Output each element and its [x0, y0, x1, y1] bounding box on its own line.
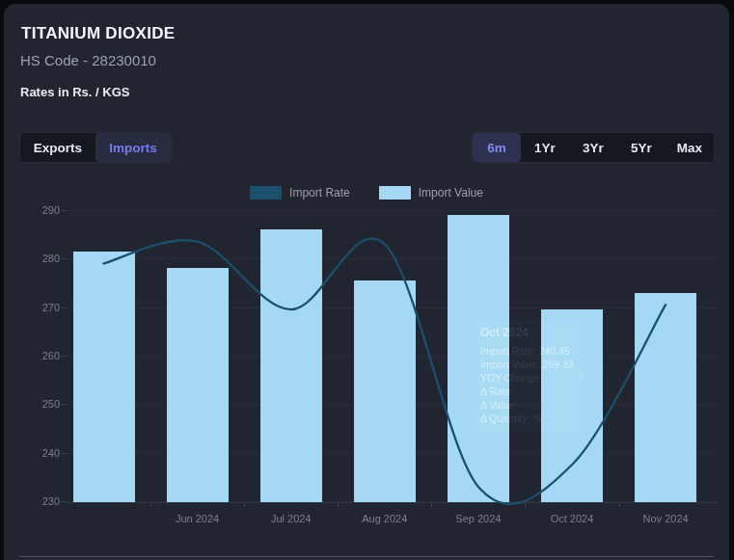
- x-axis-month-label: Aug 2024: [346, 513, 423, 524]
- exports-imports-tabs: Exports Imports: [19, 132, 172, 163]
- y-tick-label: 250: [27, 398, 60, 410]
- y-tick-mark: [62, 258, 67, 259]
- import-value-bar[interactable]: [260, 229, 322, 502]
- import-rate-swatch-icon: [250, 186, 282, 200]
- tab-imports[interactable]: Imports: [95, 133, 171, 162]
- y-tick-label: 230: [27, 495, 60, 507]
- x-tick-mark: [619, 503, 620, 507]
- chart-legend: Import Rate Import Value: [4, 186, 729, 200]
- x-tick-mark: [244, 503, 245, 507]
- page-title: TITANIUM DIOXIDE: [21, 24, 175, 43]
- y-tick-mark: [62, 210, 67, 211]
- y-tick-label: 240: [27, 447, 60, 459]
- y-tick-mark: [62, 356, 67, 357]
- tooltip-lines: Import Rate: 240.45Import Value: 269.33Y…: [480, 344, 573, 425]
- y-tick-mark: [62, 501, 67, 502]
- x-tick-mark: [431, 503, 432, 507]
- time-range-selector: 6m 1Yr 3Yr 5Yr Max: [472, 132, 715, 163]
- x-tick-mark: [338, 503, 339, 507]
- x-axis-line: [66, 502, 719, 503]
- range-max[interactable]: Max: [666, 133, 714, 162]
- commodity-rates-card: TITANIUM DIOXIDE HS Code - 28230010 Rate…: [4, 4, 729, 560]
- tooltip-title: Oct 2024: [480, 326, 573, 340]
- import-value-bar[interactable]: [167, 268, 229, 502]
- tooltip-line: Δ Quantity: %: [480, 412, 573, 425]
- x-tick-mark: [525, 503, 526, 507]
- x-axis-month-label: Sep 2024: [440, 513, 517, 524]
- import-value-bar[interactable]: [635, 293, 696, 502]
- chart-tooltip: Oct 2024 Import Rate: 240.45Import Value…: [473, 320, 581, 431]
- tooltip-line: Δ Value:: [480, 398, 573, 412]
- y-tick-mark: [62, 404, 67, 405]
- x-axis-month-label: Jun 2024: [159, 513, 236, 524]
- legend-item-import-rate[interactable]: Import Rate: [250, 186, 350, 200]
- tooltip-line: Import Rate: 240.45: [480, 344, 573, 358]
- y-tick-label: 290: [27, 204, 60, 216]
- hs-code-subtitle: HS Code - 28230010: [20, 52, 156, 68]
- tooltip-line: Import Value: 269.33: [480, 358, 573, 371]
- range-5yr[interactable]: 5Yr: [617, 133, 666, 162]
- bottom-divider: [19, 556, 714, 557]
- x-tick-mark: [150, 503, 151, 507]
- import-value-bar[interactable]: [73, 252, 135, 502]
- rates-unit-note: Rates in Rs. / KGS: [20, 85, 129, 99]
- import-value-bar[interactable]: [354, 280, 416, 502]
- y-tick-mark: [62, 307, 67, 308]
- range-1yr[interactable]: 1Yr: [521, 133, 569, 162]
- tooltip-line: YOY Change:: [480, 371, 573, 385]
- legend-label: Import Value: [419, 186, 483, 200]
- range-6m[interactable]: 6m: [473, 133, 521, 162]
- y-gridline: [66, 210, 719, 211]
- import-value-swatch-icon: [379, 186, 411, 200]
- y-tick-mark: [62, 453, 67, 454]
- tooltip-line: Δ Rate:: [480, 385, 573, 398]
- x-axis-month-label: Nov 2024: [627, 513, 704, 524]
- y-tick-label: 260: [27, 350, 60, 361]
- legend-item-import-value[interactable]: Import Value: [379, 186, 483, 200]
- x-axis-month-label: Jul 2024: [253, 513, 330, 524]
- tooltip-arrow-icon: [580, 370, 586, 382]
- tab-exports[interactable]: Exports: [20, 133, 95, 162]
- y-tick-label: 280: [27, 253, 60, 264]
- x-axis-month-label: Oct 2024: [533, 513, 611, 524]
- legend-label: Import Rate: [289, 186, 350, 200]
- range-3yr[interactable]: 3Yr: [569, 133, 617, 162]
- y-tick-label: 270: [27, 302, 60, 313]
- y-gridline: [66, 258, 719, 259]
